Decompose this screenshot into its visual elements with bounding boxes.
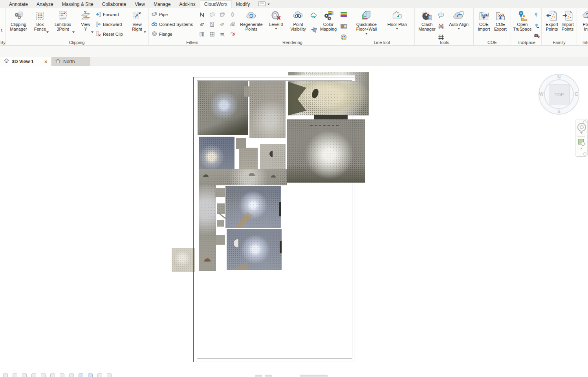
point-visibility-button[interactable]: Point Visibility [288, 9, 308, 42]
group-label: Tools [415, 40, 473, 45]
tab-massing-site[interactable]: Massing & Site [58, 0, 98, 8]
viewcube[interactable]: N S W E TOP [539, 74, 579, 115]
view-control-glyph [50, 373, 55, 377]
backward-button[interactable]: Backward [95, 21, 122, 28]
pattern-clash-icon[interactable] [437, 22, 445, 30]
tab-cloudworx[interactable]: CloudWorx [200, 0, 232, 8]
coe-badge: COE [481, 13, 489, 16]
dropdown-caret[interactable] [365, 33, 368, 35]
level-filter-button[interactable]: Level 0 [266, 9, 286, 42]
view-control-glyph [22, 373, 27, 377]
forward-button[interactable]: Forward [95, 11, 119, 18]
open-truspace-icon [517, 9, 528, 22]
cloud-regard-icon[interactable] [310, 12, 318, 20]
export-points-button[interactable]: Export Points [544, 9, 560, 42]
tab-analyze[interactable]: Analyze [32, 0, 58, 8]
limitbox-3point-button[interactable]: LimitBox 3Point [51, 9, 75, 42]
column-icon[interactable] [229, 11, 236, 18]
section-box-inner[interactable] [197, 80, 352, 359]
button-label: Auto Align [449, 22, 469, 27]
button-label: Color Mapping [320, 22, 337, 32]
dropdown-caret[interactable] [144, 31, 146, 33]
view-tab-3d-view-1[interactable]: 3D View 1 × [0, 57, 51, 66]
limitbox-icon [58, 9, 68, 22]
disconnect-icon[interactable] [229, 30, 236, 38]
tab-addins[interactable]: Add-Ins [175, 0, 200, 8]
button-label: Pipe [159, 12, 168, 17]
view-control-bar[interactable] [0, 372, 354, 377]
image-adjust-icon[interactable] [340, 22, 348, 30]
pipe-button[interactable]: Pipe [151, 11, 168, 18]
regenerate-points-button[interactable]: Regenerate Points [238, 9, 264, 42]
truspace-pin-icon[interactable] [532, 11, 540, 19]
steering-wheel-icon[interactable] [577, 123, 586, 132]
viewcube-top-face[interactable]: TOP [549, 84, 570, 105]
ribbon-group-linetool: QuickSlice Floor+Wall Floor Plan LineToo… [349, 8, 415, 45]
connect-systems-button[interactable]: Connect Systems [151, 21, 193, 28]
truspace-pin-dot-icon[interactable] [533, 22, 541, 30]
dropdown-caret[interactable] [275, 28, 277, 29]
button-label: COE Export [494, 22, 507, 32]
dropdown-caret[interactable] [396, 28, 398, 29]
viewcube-south[interactable]: S [556, 109, 562, 114]
point-info-button[interactable]: Point Info [579, 9, 588, 42]
close-tab-button[interactable]: × [44, 59, 48, 65]
dropdown-caret[interactable] [46, 31, 49, 33]
coe-import-button[interactable]: COE COE Import [476, 9, 492, 42]
navbar-caret-icon[interactable] [580, 132, 583, 134]
pipes-transfer-icon[interactable] [198, 30, 206, 38]
viewcube-north[interactable]: N [556, 74, 562, 80]
color-mapping-button[interactable]: Color Mapping [317, 9, 340, 42]
rainbow-ramp-icon[interactable] [340, 11, 348, 18]
window-icon[interactable] [208, 30, 216, 38]
viewcube-east[interactable]: E [574, 92, 579, 97]
dropdown-caret[interactable] [91, 31, 93, 33]
auto-align-button[interactable]: Auto Align [446, 9, 471, 42]
tab-manage[interactable]: Manage [149, 0, 175, 8]
beam-icon[interactable] [198, 20, 206, 28]
dropdown-caret[interactable] [72, 31, 75, 33]
view-tab-north[interactable]: North [51, 57, 90, 66]
quickslice-button[interactable]: QuickSlice Floor+Wall [352, 9, 381, 42]
filter-points-icon[interactable] [310, 26, 318, 33]
open-truspace-button[interactable]: Open TruSpace [512, 9, 533, 42]
clipping-manager-icon [13, 9, 24, 22]
coe-export-button[interactable]: COE COE Export [493, 9, 508, 42]
flange-button[interactable]: Flange [151, 31, 172, 38]
clipping-manager-button[interactable]: Clipping Manager [7, 9, 29, 42]
tab-modify[interactable]: Modify [232, 0, 254, 8]
ribbon-group-clipping: Clipping Manager Box Fence LimitBox 3Poi… [5, 8, 149, 45]
duct-elbow-icon[interactable] [198, 11, 206, 18]
dropdown-caret[interactable] [458, 28, 460, 29]
box-fence-button[interactable]: Box Fence [31, 9, 49, 42]
viewcube-west[interactable]: W [539, 92, 544, 97]
group-label: Family [542, 40, 577, 45]
viewport-canvas[interactable]: N S W E TOP [0, 66, 588, 377]
clash-manager-button[interactable]: Clash Manager [417, 9, 437, 42]
navigation-bar[interactable] [575, 119, 588, 157]
rect-duct-icon[interactable] [218, 11, 226, 18]
cloud-comment-icon[interactable] [437, 11, 445, 19]
eraser-icon[interactable] [218, 20, 226, 28]
floor-plan-button[interactable]: Floor Plan [385, 9, 410, 42]
camera-disable-icon[interactable] [533, 32, 541, 40]
import-points-button[interactable]: Import Points [560, 9, 575, 42]
forward-icon [95, 11, 101, 18]
color-mapping-icon [323, 9, 334, 22]
tab-view[interactable]: View [130, 0, 149, 8]
rounded-duct-icon[interactable] [208, 11, 216, 18]
navbar-caret-icon[interactable] [580, 148, 583, 149]
button-label: View Right [132, 22, 142, 32]
view-right-button[interactable]: View Right [128, 9, 147, 42]
options-strip [0, 46, 588, 57]
ribbon-group-tools: Clash Manager Auto Align Tools [415, 8, 474, 45]
reset-clip-button[interactable]: Reset Clip [95, 31, 123, 38]
tab-collaborate[interactable]: Collaborate [98, 0, 130, 8]
view-y-button[interactable]: View Y [77, 9, 94, 42]
door-icon[interactable] [208, 20, 216, 28]
ribbon-collapse-button[interactable] [258, 1, 270, 8]
level-zero-icon [271, 9, 282, 22]
panel-icon[interactable] [218, 30, 226, 38]
cable-tray-icon[interactable] [229, 20, 236, 28]
tab-annotate[interactable]: Annotate [5, 0, 32, 8]
